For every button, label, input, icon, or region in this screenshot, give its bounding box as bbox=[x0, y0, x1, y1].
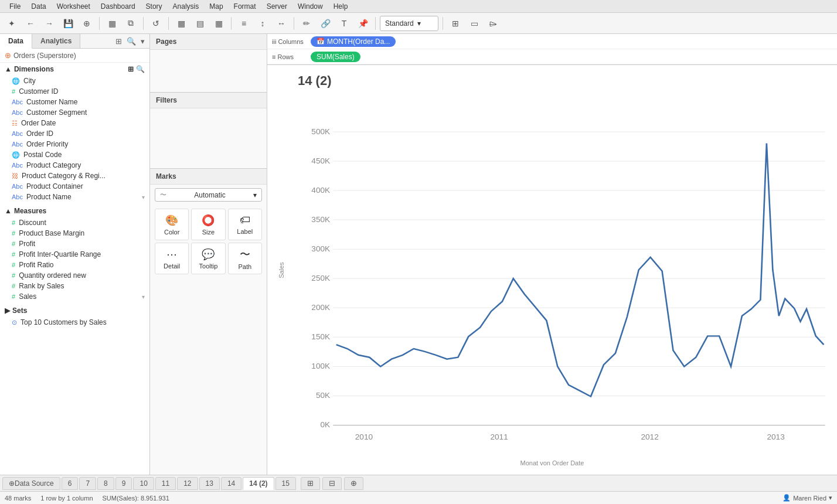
field-quantityordered[interactable]: # Quantity ordered new bbox=[0, 270, 149, 281]
marks-label-btn[interactable]: 🏷 Label bbox=[228, 209, 262, 240]
field-sales[interactable]: # Sales ▾ bbox=[0, 291, 149, 302]
search-icon[interactable]: 🔍 bbox=[125, 36, 137, 47]
tab-10[interactable]: 10 bbox=[133, 477, 154, 490]
device-btn[interactable]: ⊞ bbox=[447, 16, 464, 31]
menu-analysis[interactable]: Analysis bbox=[168, 1, 204, 12]
menu-map[interactable]: Map bbox=[205, 1, 227, 12]
text-btn[interactable]: T bbox=[336, 16, 352, 31]
field-orderpriority[interactable]: Abc Order Priority bbox=[0, 139, 149, 149]
field-profitinterquartile[interactable]: # Profit Inter-Quartile Range bbox=[0, 249, 149, 260]
rows-pill[interactable]: SUM(Sales) bbox=[311, 52, 360, 62]
menu-server[interactable]: Server bbox=[262, 1, 292, 12]
marks-color-btn[interactable]: 🎨 Color bbox=[155, 209, 189, 240]
sort-btn[interactable]: ↔ bbox=[273, 16, 290, 31]
field-orderdate[interactable]: ☷ Order Date bbox=[0, 118, 149, 128]
menu-format[interactable]: Format bbox=[229, 1, 261, 12]
tab-14[interactable]: 14 bbox=[221, 477, 241, 490]
pen-btn[interactable]: ✏ bbox=[298, 16, 315, 31]
share-btn[interactable]: ⌲ bbox=[485, 16, 501, 31]
menu-data[interactable]: Data bbox=[26, 1, 50, 12]
add-sheet-btn[interactable]: ▦ bbox=[104, 16, 120, 31]
menu-dashboard[interactable]: Dashboard bbox=[96, 1, 140, 12]
back-btn[interactable]: ← bbox=[22, 16, 39, 31]
marks-path-btn[interactable]: 〜 Path bbox=[228, 243, 262, 274]
dimensions-header[interactable]: ▲ Dimensions ⊞ 🔍 bbox=[0, 63, 149, 76]
save-btn[interactable]: 💾 bbox=[60, 16, 76, 31]
duplicate-btn[interactable]: ⧉ bbox=[123, 16, 139, 31]
dimensions-search-icon[interactable]: 🔍 bbox=[136, 65, 145, 73]
field-customersegment[interactable]: Abc Customer Segment bbox=[0, 107, 149, 118]
rows-cols-info: 1 row by 1 column bbox=[40, 495, 93, 502]
columns-pill-text: MONTH(Order Da... bbox=[327, 38, 390, 46]
field-productbasemargin[interactable]: # Product Base Margin bbox=[0, 228, 149, 239]
tab-7[interactable]: 7 bbox=[79, 477, 96, 490]
menu-file[interactable]: File bbox=[5, 1, 25, 12]
field-productcontainer[interactable]: Abc Product Container bbox=[0, 181, 149, 192]
measures-collapse-icon: ▲ bbox=[5, 207, 12, 215]
field-postalcode[interactable]: 🌐 Postal Code bbox=[0, 149, 149, 160]
field-rankbysales[interactable]: # Rank by Sales bbox=[0, 281, 149, 291]
new-datasource-btn[interactable]: ⊕ bbox=[79, 16, 95, 31]
field-customerid[interactable]: # Customer ID bbox=[0, 86, 149, 97]
tab-15[interactable]: 15 bbox=[275, 477, 296, 490]
field-discount[interactable]: # Discount bbox=[0, 217, 149, 228]
home-btn[interactable]: ✦ bbox=[4, 16, 20, 31]
field-city[interactable]: 🌐 City bbox=[0, 76, 149, 86]
tab-analytics[interactable]: Analytics bbox=[32, 34, 80, 48]
menu-help[interactable]: Help bbox=[329, 1, 353, 12]
tab-6[interactable]: 6 bbox=[62, 477, 79, 490]
grid-icon[interactable]: ⊞ bbox=[114, 36, 123, 47]
hash-icon3: # bbox=[12, 230, 15, 237]
user-dropdown-icon[interactable]: ▾ bbox=[829, 494, 832, 502]
field-productcategoryregi[interactable]: ⛓ Product Category & Regi... bbox=[0, 171, 149, 181]
tab-datasource[interactable]: ⊕ Data Source bbox=[2, 477, 60, 490]
field-customername[interactable]: Abc Customer Name bbox=[0, 97, 149, 107]
sheet-icon1[interactable]: ⊞ bbox=[301, 477, 320, 490]
menu-worksheet[interactable]: Worksheet bbox=[52, 1, 95, 12]
datasource-name[interactable]: Orders (Superstore) bbox=[13, 52, 76, 60]
status-left: 48 marks 1 row by 1 column SUM(Sales): 8… bbox=[5, 495, 169, 502]
field-productcategory[interactable]: Abc Product Category bbox=[0, 160, 149, 171]
tab-data[interactable]: Data bbox=[0, 34, 32, 49]
tab-9[interactable]: 9 bbox=[115, 477, 132, 490]
rows-btn[interactable]: ≡ bbox=[236, 16, 252, 31]
fit-btn[interactable]: ▤ bbox=[192, 16, 208, 31]
sheet-icon2[interactable]: ⊟ bbox=[322, 477, 342, 490]
field-profit[interactable]: # Profit bbox=[0, 239, 149, 249]
sheet-icon3[interactable]: ⊕ bbox=[344, 477, 363, 490]
add-field-icon[interactable]: ▾ bbox=[140, 36, 146, 47]
measures-header[interactable]: ▲ Measures bbox=[0, 205, 149, 217]
show-me-btn[interactable]: ▦ bbox=[173, 16, 189, 31]
marks-type-dropdown[interactable]: 〜 Automatic ▾ bbox=[155, 188, 262, 202]
link-btn[interactable]: 🔗 bbox=[317, 16, 334, 31]
sets-header[interactable]: ▶ Sets bbox=[0, 304, 149, 317]
present-btn[interactable]: ▭ bbox=[466, 16, 482, 31]
size-label: Size bbox=[202, 229, 215, 236]
view-btn[interactable]: ▦ bbox=[210, 16, 227, 31]
marks-size-btn[interactable]: ⭕ Size bbox=[191, 209, 225, 240]
dropdown-arrow-icon: ▾ bbox=[417, 19, 421, 28]
field-orderid[interactable]: Abc Order ID bbox=[0, 128, 149, 139]
tab-8[interactable]: 8 bbox=[97, 477, 114, 490]
standard-dropdown[interactable]: Standard ▾ bbox=[380, 16, 438, 31]
dimensions-grid-icon[interactable]: ⊞ bbox=[128, 65, 134, 73]
pin-btn[interactable]: 📌 bbox=[355, 16, 371, 31]
tab-14-2[interactable]: 14 (2) bbox=[243, 477, 274, 490]
columns-pill[interactable]: 📅 MONTH(Order Da... bbox=[311, 36, 396, 47]
field-top10customers[interactable]: ⊙ Top 10 Customers by Sales bbox=[0, 317, 149, 328]
field-productname[interactable]: Abc Product Name ▾ bbox=[0, 192, 149, 202]
tab-13[interactable]: 13 bbox=[199, 477, 220, 490]
marks-tooltip-btn[interactable]: 💬 Tooltip bbox=[191, 243, 225, 274]
refresh-btn[interactable]: ↺ bbox=[148, 16, 164, 31]
cols-btn[interactable]: ↕ bbox=[254, 16, 271, 31]
tab-12[interactable]: 12 bbox=[177, 477, 198, 490]
forward-btn[interactable]: → bbox=[41, 16, 57, 31]
menu-story[interactable]: Story bbox=[141, 1, 167, 12]
marks-grid: 🎨 Color ⭕ Size 🏷 Label ⋯ Detail 💬 T bbox=[150, 205, 267, 278]
menu-window[interactable]: Window bbox=[293, 1, 328, 12]
tab-11[interactable]: 11 bbox=[155, 477, 176, 490]
svg-text:2010: 2010 bbox=[355, 433, 373, 441]
rows-pill-text: SUM(Sales) bbox=[317, 53, 355, 61]
marks-detail-btn[interactable]: ⋯ Detail bbox=[155, 243, 189, 274]
field-profitratio[interactable]: # Profit Ratio bbox=[0, 260, 149, 270]
